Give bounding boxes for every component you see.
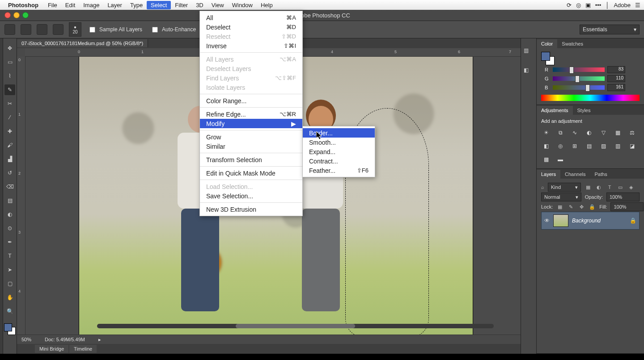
menu-extras-icon[interactable]: ☰: [635, 2, 640, 8]
menu-item-deselect[interactable]: Deselect⌘D: [200, 22, 302, 32]
cloud-icon[interactable]: ◎: [576, 2, 581, 8]
menu-item-edit-in-quick-mask-mode[interactable]: Edit in Quick Mask Mode: [200, 168, 302, 178]
ruler-vertical[interactable]: 0 1 2 3 4: [17, 57, 25, 335]
modify-submenu-dropdown[interactable]: Border...Smooth...Expand...Contract...Fe…: [302, 126, 375, 177]
menu-item-transform-selection[interactable]: Transform Selection: [200, 155, 302, 164]
layer-name[interactable]: Background: [572, 218, 601, 224]
quicksel-new-icon[interactable]: [21, 24, 31, 35]
tool-preset-icon[interactable]: [4, 24, 15, 35]
levels-icon[interactable]: ⧉: [555, 128, 565, 137]
quicksel-add-icon[interactable]: [37, 24, 47, 35]
gradient-tool[interactable]: ▤: [4, 195, 15, 206]
menu-type[interactable]: Type: [126, 1, 147, 9]
layer-thumbnail[interactable]: [553, 214, 568, 227]
brush-picker[interactable]: ● 20: [69, 22, 81, 37]
marquee-tool[interactable]: ▭: [4, 57, 15, 67]
blend-mode-select[interactable]: Normal▾: [541, 193, 581, 201]
layer-filter-icons[interactable]: ▦◐T▭◈: [585, 184, 635, 190]
menu-item-new-3d-extrusion[interactable]: New 3D Extrusion: [200, 205, 302, 214]
mac-menubar[interactable]: Photoshop File Edit Image Layer Type Sel…: [0, 0, 644, 10]
visibility-icon[interactable]: 👁: [544, 218, 550, 224]
color-swatch-pair[interactable]: [541, 52, 555, 65]
color-spectrum[interactable]: [541, 95, 640, 101]
quick-selection-tool[interactable]: ✎: [4, 84, 15, 95]
app-name[interactable]: Photoshop: [8, 2, 38, 8]
menu-file[interactable]: File: [44, 1, 61, 9]
auto-enhance-checkbox[interactable]: Auto-Enhance: [150, 25, 196, 34]
menu-help[interactable]: Help: [257, 1, 277, 9]
menu-view[interactable]: View: [208, 1, 228, 9]
tab-channels[interactable]: Channels: [560, 170, 590, 179]
submenu-item-contract[interactable]: Contract...: [303, 156, 375, 166]
color-balance-icon[interactable]: ⚖: [627, 128, 637, 137]
scrollbar-thumb[interactable]: [236, 324, 355, 328]
foreground-color[interactable]: [4, 323, 12, 331]
opacity-input[interactable]: 100%: [606, 193, 640, 201]
scrollbar-horizontal[interactable]: [97, 324, 494, 328]
zoom-level[interactable]: 50%: [21, 337, 31, 342]
workspace-switcher[interactable]: Essentials ▾: [580, 25, 640, 34]
submenu-item-feather[interactable]: Feather...⇧F6: [303, 166, 375, 175]
menu-item-color-range[interactable]: Color Range...: [200, 96, 302, 105]
lock-icons[interactable]: ▦✎✥🔒: [556, 204, 596, 210]
tab-layers[interactable]: Layers: [537, 170, 560, 179]
doc-size[interactable]: Doc: 5.49M/5.49M: [45, 337, 85, 342]
foreground-background-colors[interactable]: [4, 323, 16, 335]
rectangle-tool[interactable]: ▢: [4, 278, 15, 289]
slider-g[interactable]: G110: [545, 74, 625, 83]
menu-item-inverse[interactable]: Inverse⇧⌘I: [200, 41, 302, 50]
menu-layer[interactable]: Layer: [103, 1, 126, 9]
history-panel-icon[interactable]: ▥: [524, 47, 534, 57]
sample-all-layers-checkbox[interactable]: Sample All Layers: [88, 25, 142, 34]
more-icon[interactable]: •••: [595, 2, 602, 8]
tab-swatches[interactable]: Swatches: [557, 39, 588, 48]
black-white-icon[interactable]: ◧: [541, 142, 551, 151]
submenu-item-border[interactable]: Border...: [303, 128, 375, 138]
tab-color[interactable]: Color: [537, 39, 557, 48]
gradient-map-icon[interactable]: ▬: [555, 155, 565, 164]
move-tool[interactable]: ✥: [4, 43, 15, 54]
healing-brush-tool[interactable]: ✚: [4, 126, 15, 137]
select-menu-dropdown[interactable]: All⌘ADeselect⌘DReselect⇧⌘DInverse⇧⌘IAll …: [199, 11, 303, 216]
menu-select[interactable]: Select: [147, 1, 171, 9]
search-icon[interactable]: ⌕: [541, 184, 544, 190]
menu-item-similar[interactable]: Similar: [200, 142, 302, 151]
notification-icon[interactable]: ▣: [585, 2, 591, 8]
quicksel-subtract-icon[interactable]: [53, 24, 64, 35]
tab-timeline[interactable]: Timeline: [69, 345, 97, 353]
dodge-tool[interactable]: ⊙: [4, 223, 15, 234]
eraser-tool[interactable]: ⌫: [4, 181, 15, 192]
posterize-icon[interactable]: ▥: [613, 142, 623, 151]
tab-adjustments[interactable]: Adjustments: [537, 106, 573, 115]
tab-styles[interactable]: Styles: [573, 106, 595, 115]
properties-panel-icon[interactable]: ◧: [524, 67, 534, 77]
photo-filter-icon[interactable]: ◎: [555, 142, 565, 151]
path-selection-tool[interactable]: ➤: [4, 264, 15, 275]
submenu-item-smooth[interactable]: Smooth...: [303, 138, 375, 147]
menu-filter[interactable]: Filter: [171, 1, 192, 9]
fg-swatch[interactable]: [541, 52, 550, 61]
menu-item-grow[interactable]: Grow: [200, 132, 302, 142]
menu-item-save-selection[interactable]: Save Selection...: [200, 191, 302, 201]
vibrance-icon[interactable]: ▽: [598, 128, 608, 137]
hue-saturation-icon[interactable]: ▦: [613, 128, 623, 137]
lasso-tool[interactable]: ⌇: [4, 71, 15, 81]
menu-item-all[interactable]: All⌘A: [200, 13, 302, 22]
history-brush-tool[interactable]: ↺: [4, 167, 15, 178]
slider-r[interactable]: R83: [545, 65, 625, 74]
brush-tool[interactable]: 🖌: [4, 140, 15, 151]
exposure-icon[interactable]: ◐: [584, 128, 594, 137]
menu-item-modify[interactable]: Modify▶: [200, 119, 302, 128]
sync-icon[interactable]: ⟳: [567, 2, 572, 8]
menu-window[interactable]: Window: [228, 1, 257, 9]
blur-tool[interactable]: ◐: [4, 209, 15, 220]
value-b[interactable]: 161: [607, 84, 625, 91]
invert-icon[interactable]: ▨: [598, 142, 608, 151]
value-r[interactable]: 83: [607, 66, 625, 73]
curves-icon[interactable]: ∿: [570, 128, 580, 137]
color-lookup-icon[interactable]: ▤: [584, 142, 594, 151]
menu-image[interactable]: Image: [79, 1, 103, 9]
channel-mixer-icon[interactable]: ⊞: [570, 142, 580, 151]
menu-edit[interactable]: Edit: [61, 1, 79, 9]
clone-stamp-tool[interactable]: ▟: [4, 154, 15, 164]
